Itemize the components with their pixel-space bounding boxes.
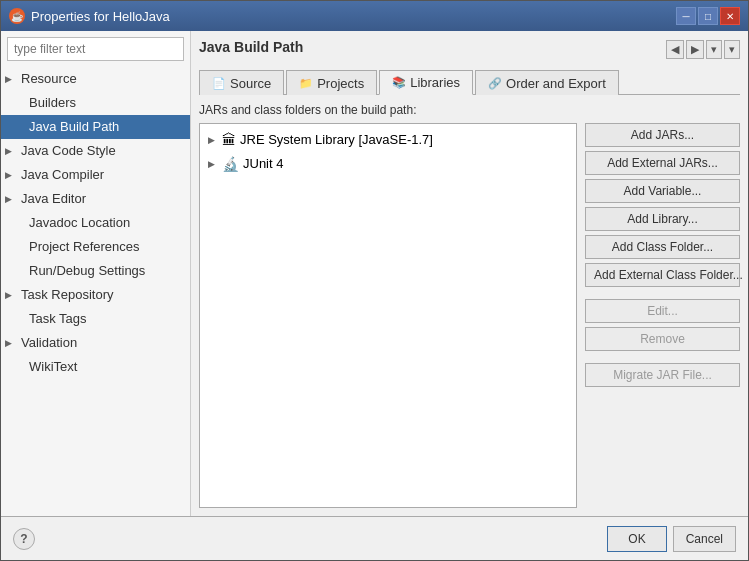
sidebar-item-label: Java Editor [21,189,86,209]
sidebar-item-project-references[interactable]: Project References [1,235,190,259]
ok-button[interactable]: OK [607,526,666,552]
description-text: JARs and class folders on the build path… [199,103,740,117]
tree-item-junit[interactable]: ▶ 🔬 JUnit 4 [200,152,576,176]
main-panel: Java Build Path ◀ ▶ ▾ ▾ 📄 Source 📁 Proje… [191,31,748,516]
sidebar-item-label: Java Build Path [29,117,119,137]
toolbar-row: ◀ ▶ ▾ ▾ [666,40,740,59]
tab-order-export[interactable]: 🔗 Order and Export [475,70,619,95]
sidebar-item-validation[interactable]: ▶ Validation [1,331,190,355]
expand-arrow: ▶ [5,285,17,305]
tree-item-jre[interactable]: ▶ 🏛 JRE System Library [JavaSE-1.7] [200,128,576,152]
sidebar-item-builders[interactable]: Builders [1,91,190,115]
add-variable-button[interactable]: Add Variable... [585,179,740,203]
title-bar-left: ☕ Properties for HelloJava [9,8,170,24]
expand-arrow: ▶ [5,69,17,89]
app-icon: ☕ [9,8,25,24]
left-content: ▶ 🏛 JRE System Library [JavaSE-1.7] ▶ 🔬 … [199,123,577,508]
remove-button[interactable]: Remove [585,327,740,351]
source-tab-icon: 📄 [212,77,226,90]
add-external-class-folder-button[interactable]: Add External Class Folder... [585,263,740,287]
sidebar-item-label: Java Code Style [21,141,116,161]
filter-input[interactable] [7,37,184,61]
projects-tab-icon: 📁 [299,77,313,90]
window-title: Properties for HelloJava [31,9,170,24]
tab-source[interactable]: 📄 Source [199,70,284,95]
close-button[interactable]: ✕ [720,7,740,25]
separator-1 [585,291,740,295]
sidebar-item-resource[interactable]: ▶ Resource [1,67,190,91]
properties-window: ☕ Properties for HelloJava ─ □ ✕ ▶ Resou… [0,0,749,561]
bottom-bar: ? OK Cancel [1,516,748,560]
sidebar-item-label: Validation [21,333,77,353]
junit-icon: 🔬 [222,154,239,174]
sidebar-item-label: Java Compiler [21,165,104,185]
sidebar-item-java-build-path[interactable]: Java Build Path [1,115,190,139]
separator-2 [585,355,740,359]
sidebar-item-label: Task Tags [29,309,87,329]
sidebar-item-task-tags[interactable]: Task Tags [1,307,190,331]
add-jars-button[interactable]: Add JARs... [585,123,740,147]
back-button[interactable]: ◀ [666,40,684,59]
bottom-left: ? [13,528,35,550]
tab-order-export-label: Order and Export [506,76,606,91]
button-panel: Add JARs... Add External JARs... Add Var… [585,123,740,508]
expand-arrow: ▶ [5,165,17,185]
tab-source-label: Source [230,76,271,91]
tab-projects[interactable]: 📁 Projects [286,70,377,95]
content-area: ▶ Resource Builders Java Build Path ▶ Ja… [1,31,748,516]
migrate-jar-button[interactable]: Migrate JAR File... [585,363,740,387]
sidebar: ▶ Resource Builders Java Build Path ▶ Ja… [1,31,191,516]
sidebar-item-label: Run/Debug Settings [29,261,145,281]
add-class-folder-button[interactable]: Add Class Folder... [585,235,740,259]
sidebar-item-java-editor[interactable]: ▶ Java Editor [1,187,190,211]
edit-button[interactable]: Edit... [585,299,740,323]
minimize-button[interactable]: ─ [676,7,696,25]
nav-tree: ▶ Resource Builders Java Build Path ▶ Ja… [1,67,190,516]
libraries-tab-icon: 📚 [392,76,406,89]
sidebar-item-javadoc-location[interactable]: Javadoc Location [1,211,190,235]
sidebar-item-run-debug-settings[interactable]: Run/Debug Settings [1,259,190,283]
sidebar-item-task-repository[interactable]: ▶ Task Repository [1,283,190,307]
panel-content: ▶ 🏛 JRE System Library [JavaSE-1.7] ▶ 🔬 … [199,123,740,508]
cancel-button[interactable]: Cancel [673,526,736,552]
sidebar-item-label: Project References [29,237,140,257]
panel-title: Java Build Path [199,39,303,55]
expand-arrow: ▶ [5,189,17,209]
bottom-right: OK Cancel [607,526,736,552]
restore-button[interactable]: □ [698,7,718,25]
library-tree[interactable]: ▶ 🏛 JRE System Library [JavaSE-1.7] ▶ 🔬 … [199,123,577,508]
tab-bar: 📄 Source 📁 Projects 📚 Libraries 🔗 Order … [199,69,740,95]
sidebar-item-wikitext[interactable]: WikiText [1,355,190,379]
tab-projects-label: Projects [317,76,364,91]
tree-item-label: JRE System Library [JavaSE-1.7] [240,130,433,150]
sidebar-item-label: WikiText [29,357,77,377]
add-library-button[interactable]: Add Library... [585,207,740,231]
expand-icon: ▶ [208,154,218,174]
expand-arrow: ▶ [5,333,17,353]
expand-arrow: ▶ [5,141,17,161]
add-external-jars-button[interactable]: Add External JARs... [585,151,740,175]
tab-libraries[interactable]: 📚 Libraries [379,70,473,95]
help-button[interactable]: ? [13,528,35,550]
jre-icon: 🏛 [222,130,236,150]
forward-button[interactable]: ▶ [686,40,704,59]
title-bar: ☕ Properties for HelloJava ─ □ ✕ [1,1,748,31]
sidebar-item-label: Builders [29,93,76,113]
sidebar-item-java-code-style[interactable]: ▶ Java Code Style [1,139,190,163]
order-export-tab-icon: 🔗 [488,77,502,90]
expand-icon: ▶ [208,130,218,150]
tab-libraries-label: Libraries [410,75,460,90]
sidebar-item-label: Javadoc Location [29,213,130,233]
tree-item-label: JUnit 4 [243,154,283,174]
dropdown-button[interactable]: ▾ [706,40,722,59]
sidebar-item-label: Task Repository [21,285,113,305]
sidebar-item-java-compiler[interactable]: ▶ Java Compiler [1,163,190,187]
title-buttons: ─ □ ✕ [676,7,740,25]
sidebar-item-label: Resource [21,69,77,89]
menu-button[interactable]: ▾ [724,40,740,59]
